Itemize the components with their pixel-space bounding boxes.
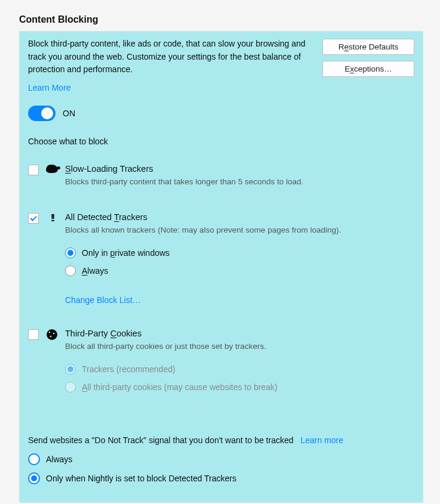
dnt-text: Send websites a "Do Not Track" signal th… xyxy=(28,435,294,445)
radio-always-label: Always xyxy=(82,266,108,276)
detected-trackers-desc: Blocks all known trackers (Note: may als… xyxy=(65,225,414,234)
radio-cookie-all[interactable]: All third-party cookies (may cause websi… xyxy=(65,382,414,392)
radio-cookie-trackers-label: Trackers (recommended) xyxy=(82,364,176,374)
toggle-knob xyxy=(41,107,53,119)
radio-button xyxy=(65,248,76,258)
radio-button xyxy=(28,472,40,484)
cookie-icon xyxy=(46,329,58,340)
content-blocking-description: Block third-party content, like ads or c… xyxy=(28,38,313,76)
footsteps-icon: !! xyxy=(46,213,58,224)
radio-cookie-trackers[interactable]: Trackers (recommended) xyxy=(65,364,414,375)
block-third-party-cookies: Third-Party Cookies Block all third-part… xyxy=(28,329,414,400)
change-block-list-link[interactable]: Change Block List… xyxy=(65,295,141,305)
slow-trackers-label[interactable]: Slow-Loading Trackers xyxy=(65,164,414,174)
radio-always[interactable]: Always xyxy=(65,265,414,276)
radio-cookie-all-label: All third-party cookies (may cause websi… xyxy=(82,382,278,392)
cookies-label[interactable]: Third-Party Cookies xyxy=(65,329,414,338)
learn-more-link[interactable]: Learn More xyxy=(28,83,71,92)
content-blocking-panel: Block third-party content, like ads or c… xyxy=(19,31,423,503)
radio-button xyxy=(65,382,76,392)
radio-private-label: Only in private windows xyxy=(82,248,170,258)
radio-button xyxy=(28,453,40,465)
restore-defaults-button[interactable]: Restore Defaults xyxy=(322,39,414,55)
turtle-icon xyxy=(46,165,58,173)
detected-trackers-checkbox[interactable] xyxy=(28,213,39,224)
radio-button xyxy=(65,364,76,375)
block-slow-trackers: Slow-Loading Trackers Blocks third-party… xyxy=(28,164,414,186)
slow-trackers-checkbox[interactable] xyxy=(28,165,39,175)
radio-private-windows[interactable]: Only in private windows xyxy=(65,248,414,258)
dnt-always-label: Always xyxy=(46,454,72,464)
dnt-detected-label: Only when Nightly is set to block Detect… xyxy=(46,474,236,483)
do-not-track-section: Send websites a "Do Not Track" signal th… xyxy=(28,435,414,445)
detected-trackers-label[interactable]: All Detected Trackers xyxy=(65,212,414,222)
dnt-radio-always[interactable]: Always xyxy=(28,453,414,465)
toggle-state-label: ON xyxy=(63,109,75,118)
radio-button xyxy=(65,265,76,276)
cookies-checkbox[interactable] xyxy=(28,329,39,340)
page-title: Content Blocking xyxy=(19,14,423,25)
exceptions-button[interactable]: Exceptions… xyxy=(322,61,414,77)
dnt-learn-more-link[interactable]: Learn more xyxy=(300,435,343,445)
content-blocking-toggle[interactable] xyxy=(28,106,56,121)
choose-header: Choose what to block xyxy=(28,137,414,146)
dnt-radio-detected[interactable]: Only when Nightly is set to block Detect… xyxy=(28,472,414,484)
cookies-desc: Block all third-party cookies or just th… xyxy=(65,342,414,351)
block-detected-trackers: !! All Detected Trackers Blocks all know… xyxy=(28,212,414,305)
slow-trackers-desc: Blocks third-party content that takes lo… xyxy=(65,177,414,186)
